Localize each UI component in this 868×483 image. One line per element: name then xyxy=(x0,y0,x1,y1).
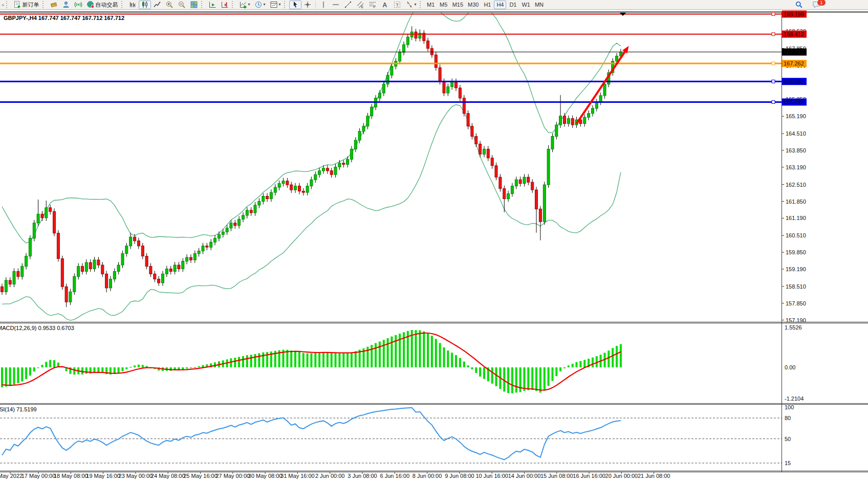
timeframe-button-m15[interactable]: M15 xyxy=(450,1,465,9)
svg-text:6 Jun 16:00: 6 Jun 16:00 xyxy=(380,473,410,479)
new-order-button[interactable]: 新订单 xyxy=(11,1,41,9)
crosshair-icon xyxy=(303,1,312,9)
horizontal-line-button[interactable] xyxy=(330,1,342,9)
tile-windows-icon xyxy=(190,1,198,9)
svg-text:31 May 16:00: 31 May 16:00 xyxy=(280,473,315,479)
zoom-in-button[interactable] xyxy=(163,1,176,9)
tile-windows-button[interactable] xyxy=(188,1,200,9)
svg-text:10 Jun 16:00: 10 Jun 16:00 xyxy=(475,473,508,479)
indicators-icon xyxy=(239,1,247,9)
timeframe-button-m30[interactable]: M30 xyxy=(466,1,481,9)
timeframe-button-h1[interactable]: H1 xyxy=(481,1,493,9)
line-chart-button[interactable] xyxy=(151,1,163,9)
toolbar-grip[interactable] xyxy=(201,1,205,8)
crosshair-button[interactable] xyxy=(301,1,314,9)
arrows-button[interactable]: ▾ xyxy=(403,1,419,9)
time-axis[interactable]: May 202217 May 00:0018 May 08:0019 May 1… xyxy=(0,472,670,479)
cursor-button[interactable] xyxy=(289,1,301,9)
svg-text:17 May 00:00: 17 May 00:00 xyxy=(21,473,56,479)
toolbar-overflow-chevron[interactable]: « xyxy=(2,2,5,8)
channel-button[interactable]: E xyxy=(354,1,366,9)
signals-button[interactable] xyxy=(72,1,84,9)
zoom-out-button[interactable] xyxy=(176,1,188,9)
candlestick-chart-button[interactable] xyxy=(139,1,151,9)
auto-scroll-icon xyxy=(208,1,216,9)
rsi-indicator-label: RSI(14) 71.5199 xyxy=(0,406,37,412)
macd-histogram xyxy=(1,330,622,393)
trendline-button[interactable] xyxy=(342,1,354,9)
trend-arrow[interactable] xyxy=(577,46,629,124)
svg-text:-1.2104: -1.2104 xyxy=(785,396,804,402)
search-icon xyxy=(795,1,803,9)
svg-text:166.555: 166.555 xyxy=(784,78,804,84)
chart-canvas[interactable]: 169.190168.530167.850167.190166.510165.8… xyxy=(0,0,868,483)
timeframe-button-mn[interactable]: MN xyxy=(533,1,546,9)
toolbox-button[interactable] xyxy=(48,1,60,9)
toolbar-grip[interactable] xyxy=(232,1,235,8)
toolbar-grip[interactable] xyxy=(284,1,288,8)
label-button[interactable]: T xyxy=(391,1,403,9)
svg-text:158.510: 158.510 xyxy=(786,283,806,290)
autotrading-label: 自动交易 xyxy=(96,1,118,9)
periods-button[interactable]: ▾ xyxy=(252,1,268,9)
line-chart-icon xyxy=(153,1,161,9)
toolbar-grip[interactable] xyxy=(42,1,46,8)
text-button[interactable]: A xyxy=(379,1,391,9)
community-button[interactable] xyxy=(60,1,72,9)
fibonacci-button[interactable]: F xyxy=(366,1,379,9)
rsi-axis: 100805015 xyxy=(0,404,794,466)
price-axis[interactable]: 169.190168.530167.850167.190166.510165.8… xyxy=(782,11,806,323)
timeframe-button-d1[interactable]: D1 xyxy=(507,1,519,9)
svg-text:50: 50 xyxy=(785,436,791,442)
search-button[interactable] xyxy=(793,1,805,9)
svg-text:20 Jun 00:00: 20 Jun 00:00 xyxy=(605,473,638,479)
arrows-icon xyxy=(405,1,414,9)
chart-title: GBPJPY-,H4 167.747 167.747 167.712 167.7… xyxy=(4,15,124,21)
svg-text:21 Jun 08:00: 21 Jun 08:00 xyxy=(638,473,670,479)
templates-button[interactable]: ▾ xyxy=(268,1,283,9)
new-order-icon xyxy=(13,1,21,9)
signals-icon xyxy=(74,1,82,9)
svg-text:8 Jun 00:00: 8 Jun 00:00 xyxy=(413,473,442,479)
bar-chart-button[interactable] xyxy=(126,1,139,9)
svg-text:30 May 08:00: 30 May 08:00 xyxy=(248,473,283,479)
autotrading-button[interactable]: 自动交易 xyxy=(84,1,120,9)
toolbar-grip[interactable] xyxy=(121,1,125,8)
chevron-down-icon: ▾ xyxy=(415,3,417,7)
timeframe-button-m5[interactable]: M5 xyxy=(438,1,450,9)
zoom-in-icon xyxy=(165,1,173,9)
horizontal-lines[interactable] xyxy=(0,13,782,104)
bollinger-bands xyxy=(2,2,621,320)
hline-handle xyxy=(772,33,775,36)
new-order-label: 新订单 xyxy=(23,1,39,9)
svg-text:16 Jun 16:00: 16 Jun 16:00 xyxy=(573,473,605,479)
auto-scroll-button[interactable] xyxy=(206,1,219,9)
vertical-line-button[interactable] xyxy=(317,1,330,9)
chart-shift-button[interactable] xyxy=(219,1,231,9)
svg-text:1.5526: 1.5526 xyxy=(785,324,802,331)
svg-text:24 May 08:00: 24 May 08:00 xyxy=(151,473,185,479)
svg-text:167.712: 167.712 xyxy=(784,49,804,55)
chat-button[interactable]: 1 xyxy=(810,1,823,9)
community-icon xyxy=(62,1,70,9)
svg-text:18 May 08:00: 18 May 08:00 xyxy=(54,473,88,479)
trendline-icon xyxy=(344,1,352,9)
hline-handle xyxy=(772,100,775,103)
indicators-button[interactable]: ▾ xyxy=(237,1,252,9)
timeframe-button-w1[interactable]: W1 xyxy=(519,1,532,9)
text-icon: A xyxy=(381,1,389,9)
autotrading-icon xyxy=(86,1,95,9)
svg-text:165.190: 165.190 xyxy=(786,113,806,119)
timeframe-button-m1[interactable]: M1 xyxy=(425,1,437,9)
timeframe-button-h4[interactable]: H4 xyxy=(494,1,506,9)
svg-text:E: E xyxy=(361,5,363,9)
chevron-down-icon: ▾ xyxy=(248,3,250,7)
svg-text:A: A xyxy=(382,2,387,9)
svg-text:161.850: 161.850 xyxy=(786,199,806,205)
toolbar-grip[interactable] xyxy=(420,1,423,8)
cursor-icon xyxy=(291,1,299,9)
bar-chart-icon xyxy=(128,1,137,9)
chart-area[interactable]: 169.190168.530167.850167.190166.510165.8… xyxy=(0,0,868,483)
toolbar-grip[interactable] xyxy=(6,1,10,8)
svg-text:157.190: 157.190 xyxy=(786,317,806,323)
